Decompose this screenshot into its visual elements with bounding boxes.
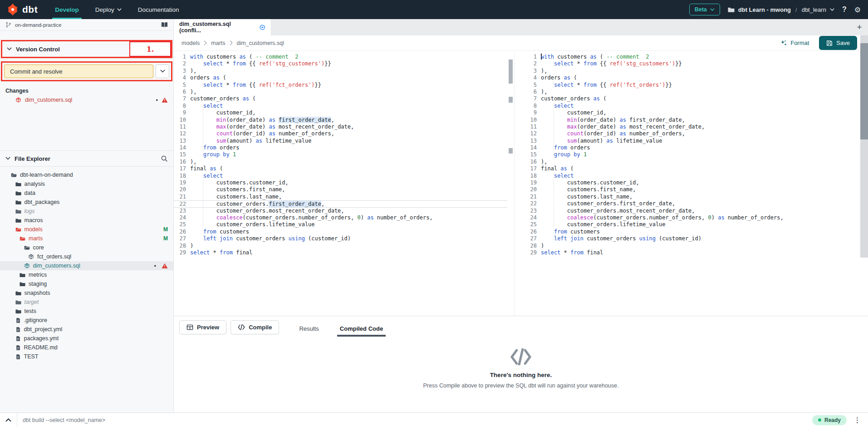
- code-line-26: 26 from customers: [174, 228, 507, 235]
- tree-item-label: models: [25, 226, 43, 233]
- tree-item-target[interactable]: target: [0, 298, 173, 307]
- tab-compiled-code[interactable]: Compiled Code: [339, 320, 384, 337]
- docs-book-icon[interactable]: [161, 22, 168, 28]
- tree-item-label: packages.yml: [24, 335, 59, 342]
- scrollbar-thumb[interactable]: [860, 43, 868, 139]
- line-number: 13: [525, 138, 541, 144]
- tree-item-label: dbt_packages: [25, 199, 60, 205]
- tree-item-marts[interactable]: martsM: [0, 234, 173, 243]
- annotation-box-commit: Commit and resolve: [1, 61, 172, 81]
- tree-item-label: snapshots: [25, 290, 50, 296]
- settings-gear-icon[interactable]: ⚙: [854, 5, 861, 14]
- line-number: 14: [174, 144, 190, 151]
- tree-item-macros[interactable]: macros: [0, 216, 173, 225]
- tree-item-analysis[interactable]: analysis: [0, 179, 173, 189]
- code-line-23: 23 customer_orders.most_recent_order_dat…: [174, 208, 507, 214]
- annotation-step-label: 1.: [129, 41, 171, 57]
- tree-item-packages.yml[interactable]: packages.yml: [0, 334, 173, 343]
- line-number: 7: [525, 95, 541, 102]
- beta-toggle[interactable]: Beta: [689, 4, 720, 15]
- tree-item-label: data: [25, 190, 35, 196]
- file-icon: [15, 318, 21, 323]
- search-icon[interactable]: [161, 155, 168, 162]
- code-line-10: 10 min(order_date) as first_order_date,: [174, 117, 507, 124]
- dbt-logo[interactable]: dbt: [0, 3, 47, 16]
- nav-documentation[interactable]: Documentation: [130, 0, 187, 19]
- file-explorer-header[interactable]: File Explorer: [0, 150, 173, 167]
- code-line-17: 17final as (: [525, 165, 868, 172]
- tree-item-TEST[interactable]: TEST: [0, 352, 173, 361]
- code-editor-right[interactable]: 1with customers as ( -- comment 22 selec…: [515, 54, 868, 316]
- tab-dim-customers[interactable]: dim_customers.sql (confli...: [174, 19, 271, 35]
- tree-item-README.md[interactable]: README.md: [0, 343, 173, 352]
- tree-item-label: tests: [25, 308, 36, 314]
- chevron-up-icon[interactable]: [5, 418, 11, 422]
- format-button[interactable]: Format: [780, 40, 809, 47]
- scroll-marker: [509, 97, 513, 103]
- line-number: 29: [525, 249, 541, 256]
- nav-deploy[interactable]: Deploy: [87, 0, 130, 19]
- tree-item-fct_orders.sql[interactable]: fct_orders.sql: [0, 252, 173, 261]
- modified-badge: M: [163, 235, 168, 242]
- code-editor-left[interactable]: 1with customers as ( -- comment 22 selec…: [174, 54, 507, 316]
- tree-item-.gitignore[interactable]: .gitignore: [0, 316, 173, 325]
- empty-state: There's nothing here. Press Compile abov…: [174, 337, 868, 412]
- tree-item-staging[interactable]: staging: [0, 279, 173, 288]
- save-button[interactable]: Save: [819, 36, 857, 50]
- chevron-right-icon: [230, 40, 233, 45]
- version-control-title[interactable]: Version Control: [16, 46, 60, 53]
- table-icon: [186, 324, 193, 331]
- tree-item-models[interactable]: modelsM: [0, 225, 173, 234]
- code-line-6: 6),: [525, 89, 868, 95]
- line-number: 12: [525, 130, 541, 137]
- commit-and-resolve-button[interactable]: Commit and resolve: [4, 65, 153, 78]
- tree-item-label: logs: [25, 208, 35, 214]
- tab-results[interactable]: Results: [298, 320, 319, 337]
- chevron-down-icon[interactable]: [7, 47, 12, 50]
- file-icon: [15, 336, 21, 342]
- tree-item-core[interactable]: core: [0, 243, 173, 252]
- code-line-7: 7customer_orders as (: [525, 95, 868, 102]
- tree-item-dim_customers.sql[interactable]: dim_customers.sql•: [0, 261, 173, 270]
- line-number: 27: [174, 235, 190, 242]
- vertical-scrollbar[interactable]: [860, 35, 868, 258]
- code-line-5: 5 select * from {{ ref('fct_orders')}}: [174, 82, 507, 89]
- tree-item-logs[interactable]: logs: [0, 207, 173, 216]
- line-number: 10: [525, 117, 541, 124]
- code-line-24: 24 coalesce(customer_orders.number_of_or…: [525, 214, 868, 221]
- diff-editors: 1with customers as ( -- comment 22 selec…: [174, 51, 868, 316]
- compile-button[interactable]: Compile: [230, 320, 279, 334]
- nav-develop[interactable]: Develop: [47, 0, 87, 19]
- command-input[interactable]: [23, 417, 807, 423]
- help-icon[interactable]: ?: [842, 5, 847, 14]
- tree-item-dbt_packages[interactable]: dbt_packages: [0, 198, 173, 207]
- new-tab-plus-icon[interactable]: +: [851, 22, 868, 32]
- folder-icon: [20, 281, 25, 287]
- chevron-down-icon: [830, 8, 834, 11]
- tree-item-tests[interactable]: tests: [0, 307, 173, 316]
- line-number: 4: [174, 74, 190, 81]
- line-number: 29: [174, 249, 190, 256]
- tree-item-snapshots[interactable]: snapshots: [0, 288, 173, 298]
- tree-item-dbt_project.yml[interactable]: dbt_project.yml: [0, 325, 173, 334]
- overview-ruler[interactable]: [507, 54, 515, 316]
- git-branch-row[interactable]: on-demand-practice: [0, 19, 173, 31]
- project-selector[interactable]: dbt Learn - mwong / dbt_learn: [728, 6, 834, 13]
- folder-icon: [15, 209, 21, 214]
- code-line-13: 13 sum(amount) as lifetime_value: [174, 138, 507, 144]
- divider: [17, 413, 17, 427]
- tree-item-data[interactable]: data: [0, 189, 173, 198]
- changed-file-row[interactable]: dim_customers.sql •: [0, 95, 173, 105]
- code-line-19: 19 customers.customer_id,: [174, 179, 507, 186]
- line-number: 25: [174, 221, 190, 228]
- tree-item-metrics[interactable]: metrics: [0, 270, 173, 279]
- tree-item-dbt-learn-on-demand[interactable]: dbt-learn-on-demand: [0, 170, 173, 179]
- kebab-menu-icon[interactable]: ⋮: [852, 416, 863, 424]
- dbt-logo-icon: [6, 3, 19, 16]
- unsaved-target-icon[interactable]: [259, 24, 265, 30]
- preview-button[interactable]: Preview: [179, 320, 226, 334]
- code-line-28: 28): [174, 243, 507, 249]
- tree-item-label: README.md: [24, 344, 58, 351]
- line-number: 26: [174, 228, 190, 235]
- commit-dropdown-button[interactable]: [156, 65, 169, 78]
